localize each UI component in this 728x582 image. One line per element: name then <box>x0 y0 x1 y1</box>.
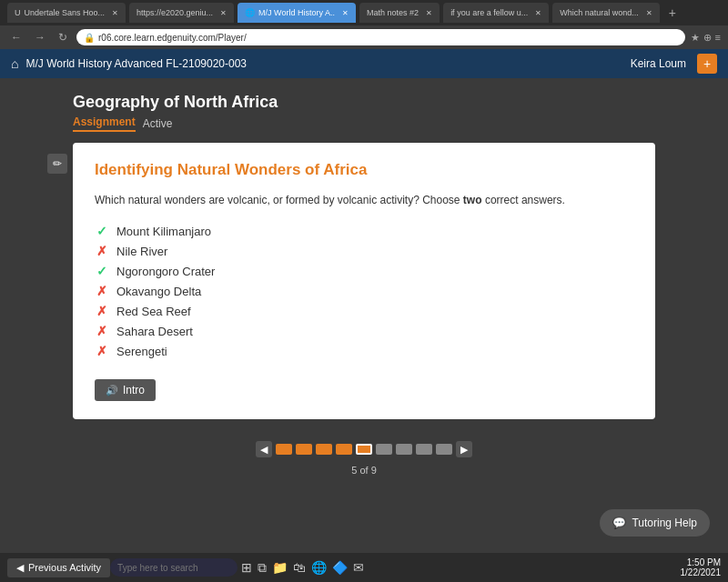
answer-text: Nile River <box>116 245 167 258</box>
tab-2[interactable]: https://e2020.geniu...✕ <box>129 3 234 23</box>
pencil-icon: ✏ <box>47 154 67 174</box>
active-label: Active <box>143 117 173 130</box>
windows-icon: ⊞ <box>241 560 252 575</box>
next-page-button[interactable]: ▶ <box>456 441 472 457</box>
back-button[interactable]: ← <box>7 29 25 45</box>
page-count: 5 of 9 <box>73 465 655 476</box>
taskbar-right: 1:50 PM 1/22/2021 <box>681 557 722 577</box>
taskbar-search-input[interactable] <box>110 558 238 577</box>
page-dot-8[interactable] <box>416 444 432 455</box>
tab-6[interactable]: Which natural wond...✕ <box>552 3 660 23</box>
url-bar[interactable]: 🔒 r06.core.learn.edgenuity.com/Player/ <box>76 29 685 45</box>
answer-item[interactable]: ✗Serengeti <box>95 341 633 361</box>
new-tab-button[interactable]: + <box>663 5 682 20</box>
tutoring-help-button[interactable]: 💬 Tutoring Help <box>600 509 710 537</box>
question-text: Which natural wonders are volcanic, or f… <box>95 192 633 208</box>
checkmark-icon: ✓ <box>95 224 109 238</box>
page-dot-4[interactable] <box>336 444 352 455</box>
taskbar-system-icons: ⊞ ⧉ 📁 🛍 🌐 🔷 ✉ <box>241 560 364 576</box>
speaker-icon: 🔊 <box>106 385 118 396</box>
browser-icons: ★ ⊕ ≡ <box>691 32 721 44</box>
tutoring-icon: 💬 <box>612 517 626 529</box>
answer-item[interactable]: ✗Okavango Delta <box>95 281 633 301</box>
edge-icon: 🔷 <box>332 560 348 575</box>
assignment-label: Assignment <box>73 115 136 132</box>
page-dot-7[interactable] <box>396 444 412 455</box>
answer-item[interactable]: ✗Sahara Desert <box>95 321 633 341</box>
page-dot-9[interactable] <box>436 444 452 455</box>
prev-page-button[interactable]: ◀ <box>256 441 272 457</box>
forward-button[interactable]: → <box>31 29 49 45</box>
pagination: ◀ ▶ <box>73 430 655 461</box>
reload-button[interactable]: ↻ <box>55 29 71 45</box>
prev-activity-icon: ◀ <box>16 562 24 574</box>
page-dot-1[interactable] <box>276 444 292 455</box>
page-dot-6[interactable] <box>376 444 392 455</box>
intro-button[interactable]: 🔊 Intro <box>95 379 156 401</box>
taskbar: ◀ Previous Activity ⊞ ⧉ 📁 🛍 🌐 🔷 ✉ 1:50 P… <box>0 553 728 582</box>
x-icon: ✗ <box>95 304 109 318</box>
mail-icon: ✉ <box>353 560 364 575</box>
answer-text: Sahara Desert <box>116 325 193 338</box>
app-title: M/J World History Advanced FL-2109020-00… <box>25 57 247 70</box>
page-dot-5[interactable] <box>356 444 372 455</box>
taskbar-clock: 1:50 PM 1/22/2021 <box>681 557 722 577</box>
add-button[interactable]: + <box>697 54 717 74</box>
x-icon: ✗ <box>95 324 109 338</box>
answer-text: Red Sea Reef <box>116 305 191 318</box>
url-text: r06.core.learn.edgenuity.com/Player/ <box>98 33 247 43</box>
prev-activity-button[interactable]: ◀ Previous Activity <box>7 558 110 577</box>
card-container: ✏ Identifying Natural Wonders of Africa … <box>73 143 655 419</box>
pagination-area: ◀ ▶ 5 of 9 <box>73 430 655 476</box>
page-dot-3[interactable] <box>316 444 332 455</box>
x-icon: ✗ <box>95 344 109 358</box>
chrome-icon: 🌐 <box>311 560 327 575</box>
main-content: Geography of North Africa Assignment Act… <box>0 78 728 504</box>
answer-text: Serengeti <box>116 345 167 358</box>
x-icon: ✗ <box>95 284 109 298</box>
app-header: ⌂ M/J World History Advanced FL-2109020-… <box>0 49 728 78</box>
checkmark-icon: ✓ <box>95 264 109 278</box>
answer-list: ✓Mount Kilimanjaro✗Nile River✓Ngorongoro… <box>95 221 633 361</box>
card-title: Identifying Natural Wonders of Africa <box>95 161 633 179</box>
browser-tabs: UUndertale Sans Hoo...✕ https://e2020.ge… <box>0 0 728 25</box>
app-header-left: ⌂ M/J World History Advanced FL-2109020-… <box>11 56 247 71</box>
task-view-icon: ⧉ <box>258 560 267 576</box>
answer-item[interactable]: ✓Ngorongoro Crater <box>95 261 633 281</box>
answer-text: Mount Kilimanjaro <box>116 225 211 238</box>
tab-4[interactable]: Math notes #2✕ <box>359 3 440 23</box>
tutoring-label: Tutoring Help <box>632 517 697 529</box>
store-icon: 🛍 <box>293 560 306 575</box>
x-icon: ✗ <box>95 244 109 258</box>
answer-item[interactable]: ✗Red Sea Reef <box>95 301 633 321</box>
browser-bar: ← → ↻ 🔒 r06.core.learn.edgenuity.com/Pla… <box>0 25 728 49</box>
tab-1[interactable]: UUndertale Sans Hoo...✕ <box>7 3 126 23</box>
answer-text: Ngorongoro Crater <box>116 265 215 278</box>
user-name: Keira Loum <box>631 57 686 70</box>
tab-5[interactable]: if you are a fellow u...✕ <box>443 3 549 23</box>
tab-3[interactable]: 🌐M/J World History A...✕ <box>238 3 356 23</box>
explorer-icon: 📁 <box>272 560 288 575</box>
answer-text: Okavango Delta <box>116 285 201 298</box>
assignment-row: Assignment Active <box>73 115 655 132</box>
prev-activity-label: Previous Activity <box>28 562 101 573</box>
page-title: Geography of North Africa <box>73 93 655 112</box>
question-card: Identifying Natural Wonders of Africa Wh… <box>73 143 655 419</box>
home-icon[interactable]: ⌂ <box>11 56 18 71</box>
page-dot-2[interactable] <box>296 444 312 455</box>
answer-item[interactable]: ✓Mount Kilimanjaro <box>95 221 633 241</box>
answer-item[interactable]: ✗Nile River <box>95 241 633 261</box>
